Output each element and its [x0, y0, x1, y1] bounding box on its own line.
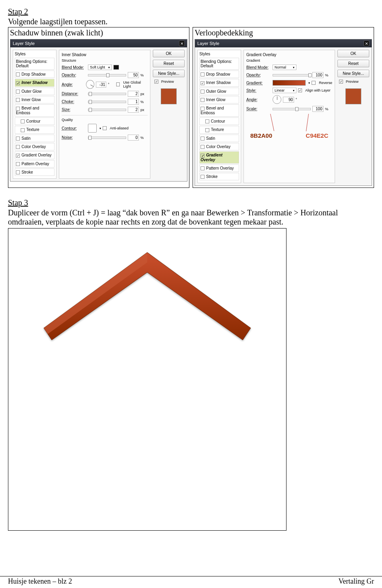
- preview-row[interactable]: Preview: [337, 80, 369, 84]
- distance-value[interactable]: 2: [128, 91, 139, 97]
- checkbox[interactable]: [201, 166, 205, 170]
- use-global-checkbox[interactable]: [116, 82, 120, 86]
- checkbox[interactable]: [16, 90, 20, 94]
- angle-unit: °: [108, 82, 115, 86]
- ok-button[interactable]: OK: [153, 50, 185, 57]
- noise-value[interactable]: 0: [128, 135, 139, 141]
- checkbox[interactable]: [201, 72, 205, 76]
- align-checkbox[interactable]: [298, 88, 302, 92]
- checkbox[interactable]: [16, 162, 20, 166]
- style-gradient-overlay[interactable]: Gradient Overlay: [15, 151, 55, 159]
- opacity-slider[interactable]: [88, 74, 126, 76]
- close-icon[interactable]: ✕: [364, 41, 369, 46]
- style-stroke[interactable]: Stroke: [15, 168, 55, 176]
- style-bevel[interactable]: Bevel and Emboss: [15, 104, 55, 116]
- antialiased-checkbox[interactable]: [103, 126, 107, 130]
- left-cell: Schaduw binnen (zwak licht) Layer Style …: [8, 27, 189, 188]
- scale-slider[interactable]: [273, 108, 311, 110]
- preview-checkbox[interactable]: [339, 80, 343, 84]
- style-satin[interactable]: Satin: [199, 135, 239, 142]
- angle-value[interactable]: 90: [283, 97, 294, 103]
- angle-dial[interactable]: [86, 80, 94, 89]
- checkbox[interactable]: [16, 170, 20, 174]
- blending-options-row[interactable]: Blending Options: Default: [199, 58, 239, 70]
- checkbox[interactable]: [16, 154, 20, 158]
- checkbox[interactable]: [16, 137, 20, 141]
- scale-value[interactable]: 100: [312, 106, 324, 112]
- preview-checkbox[interactable]: [154, 80, 158, 84]
- checkbox[interactable]: [201, 154, 205, 158]
- size-value[interactable]: 2: [128, 107, 139, 113]
- distance-slider[interactable]: [88, 93, 126, 95]
- checkbox[interactable]: [201, 145, 205, 149]
- checkbox[interactable]: [205, 128, 209, 132]
- blend-mode-dropdown[interactable]: Normal▾: [273, 64, 296, 70]
- checkbox[interactable]: [201, 175, 205, 179]
- style-color-overlay[interactable]: Color Overlay: [199, 143, 239, 150]
- reset-button[interactable]: Reset: [153, 60, 185, 67]
- style-pattern-overlay[interactable]: Pattern Overlay: [199, 164, 239, 172]
- style-inner-glow[interactable]: Inner Glow: [199, 96, 239, 104]
- noise-slider[interactable]: [88, 137, 126, 139]
- checkbox[interactable]: [201, 137, 205, 141]
- preview-row[interactable]: Preview: [153, 80, 185, 84]
- opacity-value[interactable]: 50: [128, 72, 139, 78]
- reverse-checkbox[interactable]: [312, 81, 316, 85]
- style-texture[interactable]: Texture: [199, 126, 239, 133]
- checkbox[interactable]: [21, 119, 25, 123]
- choke-value[interactable]: 1: [128, 99, 139, 105]
- style-drop-shadow[interactable]: Drop Shadow: [15, 70, 55, 78]
- style-contour[interactable]: Contour: [15, 117, 55, 125]
- style-inner-shadow[interactable]: Inner Shadow: [199, 79, 239, 86]
- style-drop-shadow[interactable]: Drop Shadow: [199, 70, 239, 78]
- checkbox[interactable]: [201, 90, 205, 94]
- style-contour[interactable]: Contour: [199, 117, 239, 125]
- checkbox[interactable]: [201, 98, 205, 102]
- size-slider[interactable]: [88, 109, 126, 111]
- style-inner-glow[interactable]: Inner Glow: [15, 96, 55, 104]
- style-gradient-overlay[interactable]: Gradient Overlay: [199, 151, 239, 163]
- checkbox[interactable]: [21, 128, 25, 132]
- step2-line1: Volgende laagstijlen toepassen.: [8, 17, 374, 26]
- chevron-down-icon[interactable]: ▾: [99, 127, 101, 130]
- ok-button[interactable]: OK: [337, 50, 369, 57]
- choke-slider[interactable]: [88, 101, 126, 103]
- angle-unit: °: [296, 98, 303, 102]
- checkbox[interactable]: [16, 98, 20, 102]
- layer-style-dialog-gradient-overlay: Layer Style ✕ Styles Blending Options: D…: [195, 39, 372, 186]
- style-color-overlay[interactable]: Color Overlay: [15, 143, 55, 150]
- angle-value[interactable]: -31: [96, 82, 106, 88]
- opacity-slider[interactable]: [273, 74, 311, 76]
- checkbox[interactable]: [201, 107, 205, 111]
- close-icon[interactable]: ✕: [179, 41, 185, 46]
- style-satin[interactable]: Satin: [15, 135, 55, 142]
- gradient-style-dropdown[interactable]: Linear▾: [273, 88, 296, 93]
- blending-options-row[interactable]: Blending Options: Default: [15, 58, 55, 70]
- reset-button[interactable]: Reset: [337, 60, 369, 67]
- step3-title: Stap 3: [8, 198, 374, 207]
- chevron-down-icon[interactable]: ▾: [308, 81, 310, 85]
- contour-picker[interactable]: [88, 124, 97, 133]
- style-stroke[interactable]: Stroke: [199, 173, 239, 180]
- angle-dial[interactable]: [273, 95, 281, 104]
- style-texture[interactable]: Texture: [15, 126, 55, 133]
- new-style-button[interactable]: New Style...: [337, 70, 369, 77]
- gradient-picker[interactable]: [273, 80, 306, 86]
- blend-mode-dropdown[interactable]: Soft Light▾: [88, 64, 112, 70]
- shadow-color-chip[interactable]: [113, 65, 119, 70]
- opacity-value[interactable]: 100: [312, 72, 324, 78]
- checkbox[interactable]: [16, 107, 20, 111]
- checkbox[interactable]: [16, 145, 20, 149]
- style-bevel[interactable]: Bevel and Emboss: [199, 104, 239, 116]
- style-inner-shadow[interactable]: Inner Shadow: [15, 79, 55, 86]
- checkbox[interactable]: [16, 81, 20, 85]
- style-outer-glow[interactable]: Outer Glow: [199, 88, 239, 95]
- checkbox[interactable]: [205, 119, 209, 123]
- preview-swatch: [345, 88, 361, 104]
- new-style-button[interactable]: New Style...: [153, 70, 185, 77]
- style-outer-glow[interactable]: Outer Glow: [15, 88, 55, 95]
- checkbox[interactable]: [201, 81, 205, 85]
- styles-title: Styles: [199, 52, 239, 56]
- checkbox[interactable]: [16, 72, 20, 76]
- style-pattern-overlay[interactable]: Pattern Overlay: [15, 160, 55, 168]
